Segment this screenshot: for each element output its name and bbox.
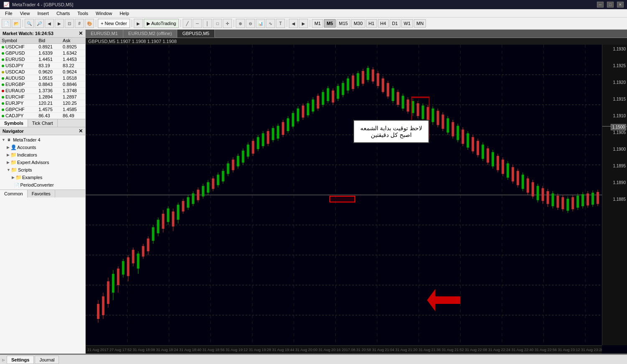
period-up-btn[interactable]: ▶: [299, 19, 308, 28]
tab-tick-chart[interactable]: Tick Chart: [28, 119, 58, 127]
zoom-in-btn[interactable]: 🔍: [25, 19, 34, 28]
nav-item-root[interactable]: ▼ 🖥 MetaTrader 4: [0, 136, 85, 144]
svg-rect-103: [297, 109, 299, 121]
nav-item-periodconverter[interactable]: 📄 PeriodConverter: [0, 181, 85, 189]
market-watch-close[interactable]: ✕: [79, 30, 83, 36]
period-m15[interactable]: M15: [336, 19, 350, 28]
mag-minus-btn[interactable]: ⊖: [246, 19, 255, 28]
svg-rect-127: [357, 73, 359, 86]
template-btn[interactable]: T: [276, 19, 285, 28]
mag-plus-btn[interactable]: ⊕: [236, 19, 245, 28]
ask-cell: 1.3748: [61, 88, 85, 94]
close-button[interactable]: ✕: [617, 2, 624, 8]
svg-rect-51: [167, 208, 169, 222]
bid-cell: 0.9620: [37, 69, 61, 75]
nav-tab-favorites[interactable]: Favorites: [28, 190, 55, 197]
period-d1[interactable]: D1: [390, 19, 400, 28]
open-btn[interactable]: 📂: [12, 19, 21, 28]
market-watch-row[interactable]: EURUSD 1.4451 1.4453: [0, 56, 85, 63]
market-watch-row[interactable]: EURGBP 0.8843 0.8846: [0, 81, 85, 88]
svg-rect-195: [527, 178, 529, 192]
period-m30[interactable]: M30: [351, 19, 365, 28]
chart-tab-eurusd-m2[interactable]: EURUSD,M2 (offline): [123, 30, 177, 38]
svg-rect-161: [442, 114, 444, 129]
period-h4[interactable]: H4: [378, 19, 389, 28]
menu-help[interactable]: Help: [116, 10, 133, 17]
navigator-panel: Navigator ✕ ▼ 🖥 MetaTrader 4 ▶ 👤 Account…: [0, 127, 85, 354]
tester-tab-settings[interactable]: Settings: [7, 356, 34, 364]
nav-tab-common[interactable]: Common: [0, 190, 28, 197]
scroll-right-btn[interactable]: ▶: [55, 19, 64, 28]
hline-btn[interactable]: ─: [193, 19, 202, 28]
market-watch-row[interactable]: AUDUSD 1.0515 1.0518: [0, 75, 85, 81]
market-watch-row[interactable]: USDCAD 0.9620 0.9624: [0, 69, 85, 75]
market-watch-row[interactable]: USDJPY 83.19 83.22: [0, 63, 85, 69]
market-watch-row[interactable]: USDCHF 0.8921 0.8925: [0, 44, 85, 50]
market-watch-row[interactable]: GBPUSD 1.6339 1.6342: [0, 50, 85, 56]
menu-charts[interactable]: Charts: [53, 10, 73, 17]
market-watch-row[interactable]: EURCHF 1.2894 1.2897: [0, 94, 85, 100]
sep2: [96, 20, 96, 27]
menu-file[interactable]: File: [2, 10, 16, 17]
nav-item-accounts[interactable]: ▶ 👤 Accounts: [0, 144, 85, 151]
price-axis: 1.1930 1.1925 1.1920 1.1915 1.1910 1.190…: [602, 45, 627, 345]
svg-rect-175: [477, 141, 479, 155]
chart-tab-gbpusd-m5[interactable]: GBPUSD,M5: [177, 30, 215, 38]
market-watch-row[interactable]: GBPCHF 1.4575 1.4585: [0, 106, 85, 113]
vline-btn[interactable]: │: [203, 19, 212, 28]
svg-rect-23: [97, 304, 99, 319]
chart-tab-eurusd-m1[interactable]: EURUSD,M1: [86, 30, 123, 38]
new-order-button[interactable]: + New Order: [98, 19, 130, 28]
nav-label-periodconverter: PeriodConverter: [20, 182, 54, 187]
chart-type-btn[interactable]: 📊: [256, 19, 265, 28]
maximize-button[interactable]: □: [607, 2, 614, 8]
svg-rect-169: [461, 129, 464, 144]
period-m5[interactable]: M5: [324, 19, 335, 28]
scroll-left-btn[interactable]: ◀: [45, 19, 54, 28]
expert-btn[interactable]: ▶: [134, 19, 143, 28]
minimize-button[interactable]: ─: [597, 2, 604, 8]
color-btn[interactable]: 🎨: [85, 19, 94, 28]
menu-view[interactable]: View: [17, 10, 33, 17]
svg-marker-225: [427, 289, 461, 311]
side-collapse-btn[interactable]: ⊳: [2, 358, 5, 362]
nav-item-ea[interactable]: ▶ 📁 Expert Advisors: [0, 159, 85, 166]
market-watch-body: USDCHF 0.8921 0.8925 GBPUSD 1.6339 1.634…: [0, 44, 85, 119]
main-area: Market Watch: 16:24:53 ✕ Symbol Bid Ask …: [0, 30, 627, 354]
svg-rect-39: [137, 253, 140, 268]
nav-item-examples[interactable]: ▶ 📁 Examples: [0, 174, 85, 181]
ask-cell: 120.25: [61, 100, 85, 106]
nav-item-indicators[interactable]: ▶ 📁 Indicators: [0, 151, 85, 159]
rect-btn[interactable]: □: [213, 19, 222, 28]
new-chart-btn[interactable]: 📄: [2, 19, 11, 28]
tab-symbols[interactable]: Symbols: [0, 119, 28, 127]
tester-tab-journal[interactable]: Journal: [35, 356, 59, 364]
crosshair-btn[interactable]: ✛: [223, 19, 232, 28]
zoom-out-btn[interactable]: 🔎: [35, 19, 44, 28]
nav-item-scripts[interactable]: ▼ 📁 Scripts: [0, 166, 85, 174]
market-watch-row[interactable]: EURJPY 120.21 120.25: [0, 100, 85, 106]
market-watch-row[interactable]: EURAUD 1.3736 1.3748: [0, 88, 85, 94]
col-bid: Bid: [37, 38, 61, 44]
period-m1[interactable]: M1: [312, 19, 323, 28]
line-btn[interactable]: ╱: [183, 19, 192, 28]
chart-canvas[interactable]: 1.1930 1.1925 1.1920 1.1915 1.1910 1.190…: [86, 45, 627, 354]
menu-insert[interactable]: Insert: [34, 10, 52, 17]
status-dot: [2, 83, 4, 86]
market-watch-row[interactable]: CADJPY 86.43 86.49: [0, 113, 85, 119]
fit-btn[interactable]: ⊡: [65, 19, 74, 28]
period-mn[interactable]: MN: [414, 19, 426, 28]
svg-rect-223: [596, 192, 599, 204]
sep4: [181, 20, 181, 27]
grid-btn[interactable]: #: [75, 19, 84, 28]
market-watch-table: Symbol Bid Ask USDCHF 0.8921 0.8925 GBPU…: [0, 38, 85, 119]
menu-tools[interactable]: Tools: [74, 10, 92, 17]
autotrading-button[interactable]: ▶ AutoTrading: [144, 19, 179, 28]
period-down-btn[interactable]: ◀: [289, 19, 298, 28]
indicator-btn[interactable]: ∿: [266, 19, 275, 28]
svg-rect-25: [102, 296, 104, 315]
menu-window[interactable]: Window: [92, 10, 115, 17]
navigator-close[interactable]: ✕: [79, 128, 83, 134]
period-h1[interactable]: H1: [366, 19, 377, 28]
period-w1[interactable]: W1: [401, 19, 413, 28]
